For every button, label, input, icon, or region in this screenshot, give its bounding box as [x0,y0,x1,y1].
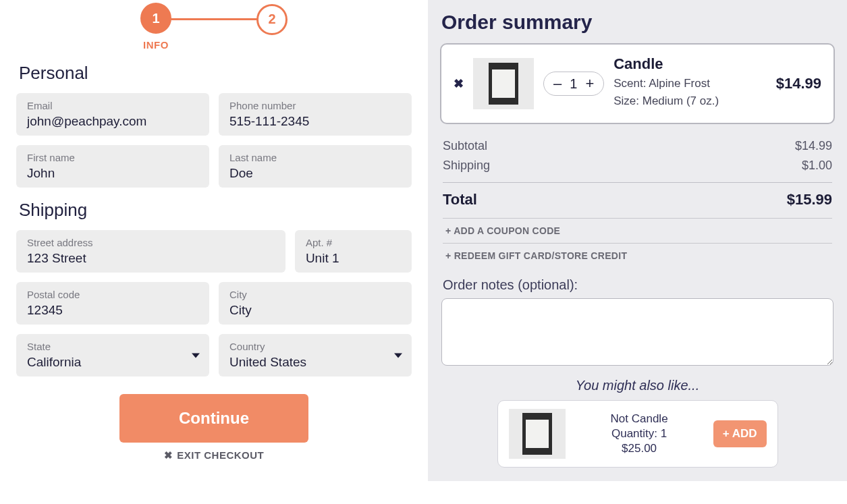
continue-button[interactable]: Continue [119,394,308,443]
street-field[interactable]: Street address 123 Street [16,230,285,273]
email-label: Email [27,100,198,111]
checkout-stepper: 1 INFO 2 [13,3,414,51]
total-value: $15.99 [787,191,832,208]
city-value: City [229,303,401,318]
first-name-field[interactable]: First name John [16,145,209,188]
first-name-label: First name [27,152,198,163]
suggestion-qty: Quantity: 1 [576,427,703,441]
chevron-down-icon [192,353,200,358]
street-value: 123 Street [27,251,275,266]
suggestion-thumbnail [509,409,566,459]
shipping-row: Shipping $1.00 [443,156,832,175]
country-select[interactable]: Country United States [219,334,412,376]
apt-value: Unit 1 [306,251,401,266]
last-name-value: Doe [229,166,401,181]
state-label: State [27,341,185,352]
product-thumbnail [473,58,534,109]
apt-field[interactable]: Apt. # Unit 1 [295,230,412,273]
subtotal-label: Subtotal [443,139,487,153]
suggestion-name: Not Candle [576,412,703,426]
total-label: Total [443,191,477,208]
subtotal-value: $14.99 [795,139,832,153]
country-value: United States [229,355,387,370]
remove-item-button[interactable]: ✖ [454,76,464,91]
shipping-value: $1.00 [802,159,832,173]
step-1-label: INFO [143,39,169,51]
suggestion-price: $25.00 [576,442,703,455]
add-suggestion-button[interactable]: + ADD [713,420,767,447]
step-1[interactable]: 1 [140,3,171,34]
email-value: john@peachpay.com [27,114,198,129]
item-scent: Scent: Alpine Frost [613,77,766,90]
decrement-button[interactable]: – [553,75,562,92]
suggestions-title: You might also like... [440,378,835,393]
country-label: Country [229,341,387,352]
city-field[interactable]: City City [219,282,412,325]
state-select[interactable]: State California [16,334,209,376]
city-label: City [229,289,401,300]
quantity-value: 1 [570,76,577,92]
chevron-down-icon [394,353,402,358]
email-field[interactable]: Email john@peachpay.com [16,93,209,136]
last-name-field[interactable]: Last name Doe [219,145,412,188]
item-price: $14.99 [776,75,821,92]
postal-label: Postal code [27,289,198,300]
subtotal-row: Subtotal $14.99 [443,136,832,156]
street-label: Street address [27,237,275,248]
order-summary-title: Order summary [441,11,835,34]
suggestion-card: Not Candle Quantity: 1 $25.00 + ADD [497,400,778,468]
postal-field[interactable]: Postal code 12345 [16,282,209,325]
phone-label: Phone number [229,100,401,111]
add-coupon-link[interactable]: + ADD A COUPON CODE [443,218,832,243]
step-connector [170,18,258,20]
last-name-label: Last name [229,152,401,163]
shipping-label: Shipping [443,159,490,173]
close-icon: ✖ [164,449,173,461]
order-notes-label: Order notes (optional): [443,277,832,293]
phone-field[interactable]: Phone number 515-111-2345 [219,93,412,136]
item-name: Candle [613,55,766,73]
phone-value: 515-111-2345 [229,114,401,129]
quantity-stepper: – 1 + [543,72,604,96]
personal-section-title: Personal [19,63,414,84]
cart-item: ✖ – 1 + Candle Scent: Alpine Frost Size:… [440,43,835,124]
apt-label: Apt. # [306,237,401,248]
exit-checkout-link[interactable]: ✖EXIT CHECKOUT [13,449,414,461]
item-size: Size: Medium (7 oz.) [613,94,766,108]
redeem-gift-card-link[interactable]: + REDEEM GIFT CARD/STORE CREDIT [443,243,832,268]
increment-button[interactable]: + [585,75,594,92]
step-2[interactable]: 2 [256,4,288,35]
order-notes-textarea[interactable] [441,298,834,366]
postal-value: 12345 [27,303,198,318]
first-name-value: John [27,166,198,181]
exit-label: EXIT CHECKOUT [177,449,264,461]
total-row: Total $15.99 [443,182,832,211]
shipping-section-title: Shipping [19,200,414,221]
state-value: California [27,355,185,370]
